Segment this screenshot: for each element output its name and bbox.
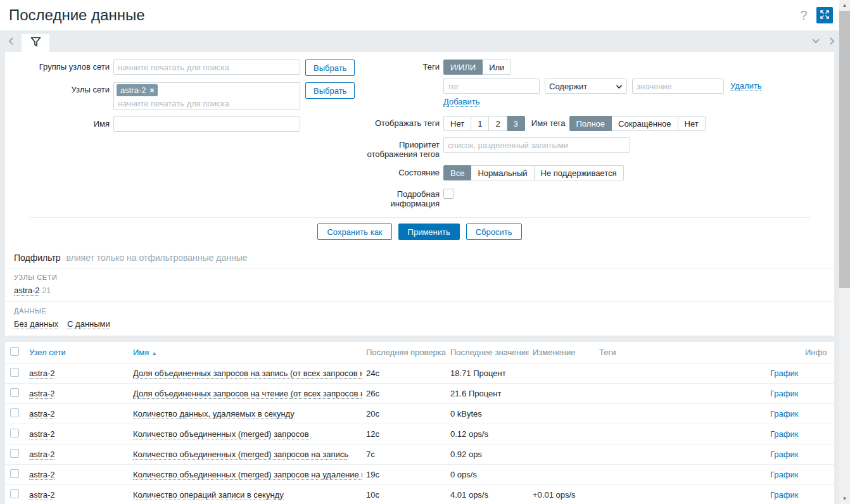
table-row: astra-2 Количество операций записи в сек… — [5, 485, 834, 504]
info-cell — [801, 465, 834, 485]
show-tags-none[interactable]: Нет — [443, 116, 471, 131]
scroll-up-arrow-icon[interactable]: ▲ — [839, 0, 850, 11]
graph-link[interactable]: График — [770, 450, 798, 459]
tag-remove-link[interactable]: Удалить — [730, 81, 762, 91]
item-name-link[interactable]: Количество объединенных (merged) запросо… — [133, 470, 362, 480]
graph-link[interactable]: График — [770, 389, 798, 398]
vertical-scrollbar[interactable]: ▲ ▼ — [839, 0, 850, 504]
row-checkbox[interactable] — [10, 368, 19, 377]
last-value: 18.71 Процент — [447, 363, 529, 384]
table-row: astra-2 Доля объединенных запросов на чт… — [5, 384, 834, 404]
tag-name-input[interactable] — [443, 79, 540, 94]
subfilter-panel: Подфильтр влияет только на отфильтрованн… — [5, 248, 834, 336]
column-last-value: Последнее значение — [447, 342, 529, 363]
show-tags-3[interactable]: 3 — [507, 116, 525, 131]
item-name-link[interactable]: Количество операций записи в секунду — [133, 490, 284, 500]
column-name-sort[interactable]: Имя — [133, 348, 149, 357]
subfilter-with-data-link[interactable]: С данными — [67, 319, 110, 329]
row-checkbox[interactable] — [10, 429, 19, 438]
last-value: 21.6 Процент — [447, 384, 529, 404]
host-groups-label: Группы узлов сети — [9, 60, 113, 72]
info-cell — [801, 485, 834, 504]
tag-name-none[interactable]: Нет — [678, 116, 706, 131]
graph-link[interactable]: График — [770, 429, 798, 439]
last-check-value: 24с — [362, 363, 447, 384]
hosts-select-button[interactable]: Выбрать — [305, 82, 355, 99]
table-row: astra-2 Доля объединенных запросов на за… — [5, 363, 834, 384]
show-tags-1[interactable]: 1 — [471, 116, 489, 131]
details-checkbox[interactable] — [443, 189, 454, 199]
row-checkbox[interactable] — [10, 469, 19, 478]
host-groups-input[interactable] — [113, 60, 300, 75]
state-all[interactable]: Все — [443, 165, 471, 180]
column-change: Изменение — [529, 342, 595, 363]
name-input[interactable] — [113, 117, 300, 132]
item-name-link[interactable]: Количество объединенных (merged) запросо… — [133, 429, 309, 439]
tag-value-input[interactable] — [632, 79, 724, 94]
row-checkbox[interactable] — [10, 489, 19, 498]
state-normal[interactable]: Нормальный — [471, 165, 534, 180]
row-checkbox[interactable] — [10, 408, 19, 417]
info-cell — [801, 444, 834, 465]
tag-display-name-segmented: Полное Сокращённое Нет — [569, 116, 706, 131]
tag-name-full[interactable]: Полное — [569, 116, 612, 131]
item-name-link[interactable]: Доля объединенных запросов на запись (от… — [133, 369, 362, 379]
kiosk-mode-button[interactable] — [816, 7, 833, 23]
host-link[interactable]: astra-2 — [29, 450, 54, 460]
state-not-supported[interactable]: Не поддерживается — [535, 165, 624, 180]
tags-cell — [595, 444, 766, 465]
tag-add-link[interactable]: Добавить — [443, 97, 479, 107]
graph-link[interactable]: График — [770, 409, 798, 419]
apply-button[interactable]: Применить — [398, 224, 460, 240]
subfilter-without-data-link[interactable]: Без данных — [14, 319, 58, 329]
collapse-filter-button[interactable] — [811, 38, 820, 44]
item-name-link[interactable]: Доля объединенных запросов на чтение (от… — [133, 389, 362, 399]
tab-filter[interactable] — [22, 34, 49, 52]
host-link[interactable]: astra-2 — [29, 369, 54, 379]
last-check-value: 10с — [362, 485, 447, 504]
last-value: 0.92 ops — [447, 444, 529, 465]
last-check-value: 12с — [362, 424, 447, 444]
reset-button[interactable]: Сбросить — [466, 224, 522, 240]
item-name-link[interactable]: Количество данных, удаляемых в секунду — [133, 409, 295, 419]
subfilter-host-link[interactable]: astra-2 — [14, 286, 39, 296]
graph-link[interactable]: График — [770, 490, 798, 500]
tags-operator-or[interactable]: Или — [483, 60, 511, 75]
row-checkbox[interactable] — [10, 449, 19, 458]
host-link[interactable]: astra-2 — [29, 470, 54, 480]
host-link[interactable]: astra-2 — [29, 389, 54, 399]
host-link[interactable]: astra-2 — [29, 429, 54, 439]
host-link[interactable]: astra-2 — [29, 490, 54, 500]
change-value — [529, 424, 595, 444]
scrollbar-thumb[interactable] — [839, 11, 850, 288]
table-row: astra-2 Количество данных, удаляемых в с… — [5, 404, 834, 424]
scroll-down-arrow-icon[interactable]: ▼ — [839, 493, 850, 504]
chevron-down-icon — [616, 82, 623, 91]
info-cell — [801, 424, 834, 444]
help-icon[interactable]: ? — [795, 8, 813, 23]
tag-name-shortened[interactable]: Сокращённое — [612, 116, 678, 131]
graph-link[interactable]: График — [770, 470, 798, 479]
tabs-scroll-right-button[interactable] — [829, 37, 835, 46]
graph-link[interactable]: График — [770, 369, 798, 378]
save-as-button[interactable]: Сохранить как — [317, 224, 391, 240]
change-value — [529, 444, 595, 465]
item-name-link[interactable]: Количество объединенных (merged) запросо… — [133, 450, 348, 460]
show-tags-segmented: Нет 1 2 3 — [443, 116, 525, 131]
host-link[interactable]: astra-2 — [29, 409, 54, 419]
tabs-scroll-left-button[interactable] — [0, 30, 22, 52]
show-tags-2[interactable]: 2 — [489, 116, 507, 131]
hosts-multiselect[interactable]: astra-2 × начните печатать для поиска — [113, 82, 300, 110]
tag-priority-input[interactable] — [443, 137, 630, 153]
hosts-input-placeholder[interactable]: начните печатать для поиска — [117, 96, 297, 108]
table-row: astra-2 Количество объединенных (merged)… — [5, 424, 834, 444]
tags-operator-and-or[interactable]: И/ИЛИ — [443, 60, 483, 75]
host-chip-remove-icon[interactable]: × — [149, 86, 154, 95]
tags-cell — [595, 465, 766, 485]
column-host-sort[interactable]: Узел сети — [29, 348, 66, 357]
host-groups-select-button[interactable]: Выбрать — [305, 60, 355, 76]
row-checkbox[interactable] — [10, 388, 19, 397]
select-all-checkbox[interactable] — [10, 347, 19, 356]
tag-operator-select[interactable]: Содержит — [545, 79, 627, 94]
tag-display-name-label: Имя тега — [525, 116, 569, 128]
